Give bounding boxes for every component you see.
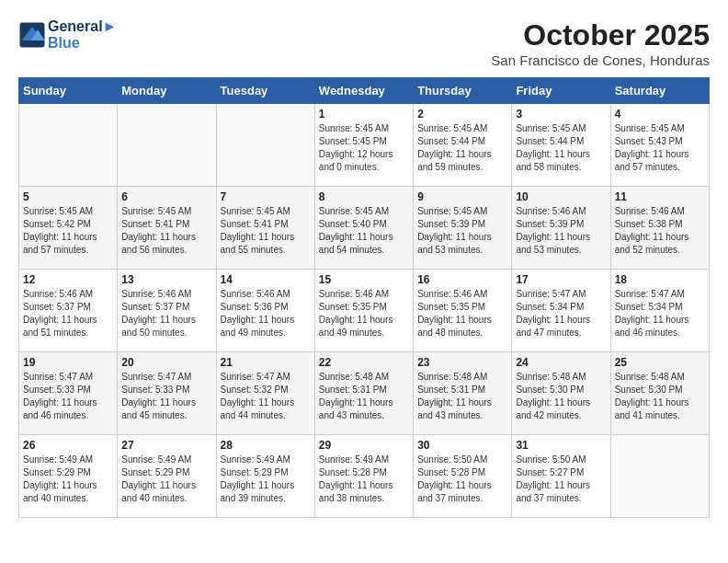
calendar-cell: 12Sunrise: 5:46 AM Sunset: 5:37 PM Dayli… <box>19 270 118 352</box>
day-number: 5 <box>23 190 113 203</box>
day-info: Sunrise: 5:45 AM Sunset: 5:39 PM Dayligh… <box>417 205 507 257</box>
day-number: 26 <box>23 439 113 452</box>
calendar-cell: 13Sunrise: 5:46 AM Sunset: 5:37 PM Dayli… <box>118 270 216 352</box>
page-header: General► Blue October 2025 San Francisco… <box>18 18 710 68</box>
day-info: Sunrise: 5:48 AM Sunset: 5:30 PM Dayligh… <box>516 371 606 422</box>
day-number: 10 <box>516 190 606 203</box>
day-info: Sunrise: 5:45 AM Sunset: 5:44 PM Dayligh… <box>417 122 507 174</box>
day-number: 8 <box>319 190 409 203</box>
day-info: Sunrise: 5:50 AM Sunset: 5:27 PM Dayligh… <box>516 454 606 505</box>
day-info: Sunrise: 5:47 AM Sunset: 5:32 PM Dayligh… <box>221 371 311 422</box>
calendar-cell: 1Sunrise: 5:45 AM Sunset: 5:45 PM Daylig… <box>314 104 413 187</box>
day-info: Sunrise: 5:47 AM Sunset: 5:33 PM Dayligh… <box>121 371 211 422</box>
col-header-friday: Friday <box>512 78 610 104</box>
week-row-4: 19Sunrise: 5:47 AM Sunset: 5:33 PM Dayli… <box>19 352 710 435</box>
day-info: Sunrise: 5:47 AM Sunset: 5:34 PM Dayligh… <box>615 288 705 339</box>
calendar-cell: 26Sunrise: 5:49 AM Sunset: 5:29 PM Dayli… <box>19 435 118 518</box>
day-number: 31 <box>516 439 606 452</box>
day-number: 14 <box>221 273 311 286</box>
calendar-cell: 11Sunrise: 5:46 AM Sunset: 5:38 PM Dayli… <box>610 187 709 270</box>
col-header-monday: Monday <box>118 78 216 104</box>
calendar-cell: 2Sunrise: 5:45 AM Sunset: 5:44 PM Daylig… <box>414 104 512 187</box>
day-number: 13 <box>121 273 211 286</box>
day-number: 23 <box>417 356 507 369</box>
day-info: Sunrise: 5:48 AM Sunset: 5:31 PM Dayligh… <box>319 371 409 422</box>
day-number: 2 <box>417 108 507 121</box>
calendar-cell: 8Sunrise: 5:45 AM Sunset: 5:40 PM Daylig… <box>314 187 413 270</box>
day-number: 16 <box>417 273 507 286</box>
day-info: Sunrise: 5:46 AM Sunset: 5:37 PM Dayligh… <box>121 288 211 339</box>
calendar-cell <box>118 104 216 187</box>
col-header-saturday: Saturday <box>610 78 709 104</box>
calendar-cell: 22Sunrise: 5:48 AM Sunset: 5:31 PM Dayli… <box>314 352 413 435</box>
location-subtitle: San Francisco de Cones, Honduras <box>491 52 710 68</box>
day-info: Sunrise: 5:45 AM Sunset: 5:41 PM Dayligh… <box>121 205 211 257</box>
day-info: Sunrise: 5:46 AM Sunset: 5:37 PM Dayligh… <box>23 288 113 339</box>
calendar-cell: 10Sunrise: 5:46 AM Sunset: 5:39 PM Dayli… <box>512 187 610 270</box>
calendar-cell: 31Sunrise: 5:50 AM Sunset: 5:27 PM Dayli… <box>512 435 610 518</box>
day-info: Sunrise: 5:47 AM Sunset: 5:33 PM Dayligh… <box>23 371 113 422</box>
day-number: 19 <box>23 356 113 369</box>
month-title: October 2025 <box>491 18 710 52</box>
day-number: 3 <box>516 108 606 121</box>
day-info: Sunrise: 5:45 AM Sunset: 5:44 PM Dayligh… <box>516 122 606 174</box>
day-number: 18 <box>615 273 705 286</box>
calendar-cell: 28Sunrise: 5:49 AM Sunset: 5:29 PM Dayli… <box>216 435 314 518</box>
day-number: 6 <box>121 190 211 203</box>
day-number: 15 <box>319 273 409 286</box>
day-number: 17 <box>516 273 606 286</box>
day-number: 30 <box>417 439 507 452</box>
day-info: Sunrise: 5:49 AM Sunset: 5:29 PM Dayligh… <box>221 454 311 505</box>
calendar-cell: 23Sunrise: 5:48 AM Sunset: 5:31 PM Dayli… <box>414 352 512 435</box>
day-info: Sunrise: 5:45 AM Sunset: 5:42 PM Dayligh… <box>23 205 113 257</box>
logo-text: General► Blue <box>48 18 117 52</box>
calendar-cell: 20Sunrise: 5:47 AM Sunset: 5:33 PM Dayli… <box>118 352 216 435</box>
day-info: Sunrise: 5:46 AM Sunset: 5:35 PM Dayligh… <box>417 288 507 339</box>
calendar-cell: 5Sunrise: 5:45 AM Sunset: 5:42 PM Daylig… <box>19 187 118 270</box>
day-number: 1 <box>319 108 409 121</box>
day-info: Sunrise: 5:45 AM Sunset: 5:45 PM Dayligh… <box>319 122 409 174</box>
calendar-cell: 27Sunrise: 5:49 AM Sunset: 5:29 PM Dayli… <box>118 435 216 518</box>
day-number: 4 <box>615 108 705 121</box>
calendar-cell: 14Sunrise: 5:46 AM Sunset: 5:36 PM Dayli… <box>216 270 314 352</box>
day-number: 20 <box>121 356 211 369</box>
col-header-tuesday: Tuesday <box>216 78 314 104</box>
day-number: 27 <box>121 439 211 452</box>
title-block: October 2025 San Francisco de Cones, Hon… <box>491 18 710 68</box>
col-header-thursday: Thursday <box>414 78 512 104</box>
day-info: Sunrise: 5:49 AM Sunset: 5:29 PM Dayligh… <box>23 454 113 505</box>
day-number: 25 <box>615 356 705 369</box>
week-row-2: 5Sunrise: 5:45 AM Sunset: 5:42 PM Daylig… <box>19 187 710 270</box>
week-row-3: 12Sunrise: 5:46 AM Sunset: 5:37 PM Dayli… <box>19 270 710 352</box>
day-info: Sunrise: 5:45 AM Sunset: 5:41 PM Dayligh… <box>221 205 311 257</box>
col-header-sunday: Sunday <box>19 78 118 104</box>
day-number: 24 <box>516 356 606 369</box>
calendar-cell: 15Sunrise: 5:46 AM Sunset: 5:35 PM Dayli… <box>314 270 413 352</box>
day-info: Sunrise: 5:45 AM Sunset: 5:40 PM Dayligh… <box>319 205 409 257</box>
day-info: Sunrise: 5:48 AM Sunset: 5:30 PM Dayligh… <box>615 371 705 422</box>
day-number: 11 <box>615 190 705 203</box>
calendar-cell: 16Sunrise: 5:46 AM Sunset: 5:35 PM Dayli… <box>414 270 512 352</box>
day-number: 28 <box>221 439 311 452</box>
day-info: Sunrise: 5:46 AM Sunset: 5:36 PM Dayligh… <box>221 288 311 339</box>
week-row-1: 1Sunrise: 5:45 AM Sunset: 5:45 PM Daylig… <box>19 104 710 187</box>
calendar-cell: 25Sunrise: 5:48 AM Sunset: 5:30 PM Dayli… <box>610 352 709 435</box>
day-number: 9 <box>417 190 507 203</box>
day-info: Sunrise: 5:47 AM Sunset: 5:34 PM Dayligh… <box>516 288 606 339</box>
calendar-cell: 19Sunrise: 5:47 AM Sunset: 5:33 PM Dayli… <box>19 352 118 435</box>
day-info: Sunrise: 5:45 AM Sunset: 5:43 PM Dayligh… <box>615 122 705 174</box>
day-info: Sunrise: 5:46 AM Sunset: 5:35 PM Dayligh… <box>319 288 409 339</box>
calendar-cell: 29Sunrise: 5:49 AM Sunset: 5:28 PM Dayli… <box>314 435 413 518</box>
calendar-cell <box>610 435 709 518</box>
day-number: 22 <box>319 356 409 369</box>
calendar-cell <box>216 104 314 187</box>
calendar-header-row: SundayMondayTuesdayWednesdayThursdayFrid… <box>19 78 710 104</box>
calendar-cell: 17Sunrise: 5:47 AM Sunset: 5:34 PM Dayli… <box>512 270 610 352</box>
day-info: Sunrise: 5:48 AM Sunset: 5:31 PM Dayligh… <box>417 371 507 422</box>
calendar-cell: 7Sunrise: 5:45 AM Sunset: 5:41 PM Daylig… <box>216 187 314 270</box>
calendar-cell: 3Sunrise: 5:45 AM Sunset: 5:44 PM Daylig… <box>512 104 610 187</box>
calendar-cell <box>19 104 118 187</box>
day-info: Sunrise: 5:50 AM Sunset: 5:28 PM Dayligh… <box>417 454 507 505</box>
day-info: Sunrise: 5:49 AM Sunset: 5:29 PM Dayligh… <box>121 454 211 505</box>
calendar-cell: 6Sunrise: 5:45 AM Sunset: 5:41 PM Daylig… <box>118 187 216 270</box>
